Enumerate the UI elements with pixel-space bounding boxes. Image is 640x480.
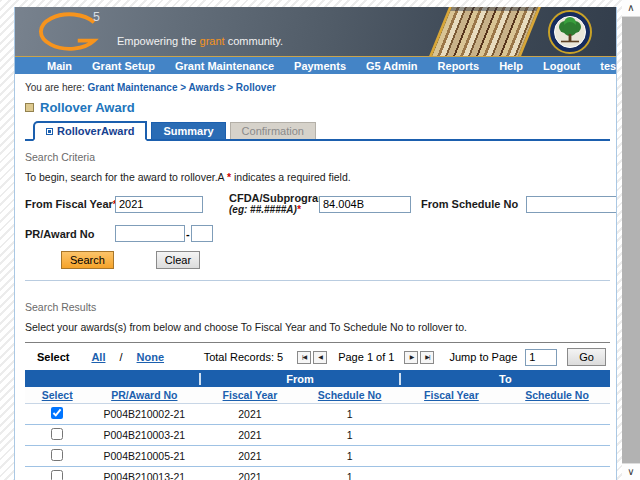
row-select-checkbox[interactable] [51, 407, 63, 419]
active-tab-icon [46, 128, 53, 135]
pr-award-no-label: PR/Award No [25, 228, 105, 240]
from-schedule-no-label: From Schedule No [421, 198, 518, 210]
table-row: P004B210003-21 2021 1 [25, 425, 610, 446]
pagination-top: Total Records: 5 |◀ ◀ Page 1 of 1 ▶ ▶| J… [204, 348, 606, 366]
pr-award-no-input[interactable] [115, 225, 185, 242]
from-fiscal-year-label: From Fiscal Year* [25, 198, 105, 210]
scrollbar-thumb[interactable] [622, 17, 640, 463]
table-row: P004B210005-21 2021 1 [25, 446, 610, 467]
scroll-down-icon[interactable]: ∨ [622, 463, 640, 480]
jump-to-page-label: Jump to Page [449, 351, 517, 363]
logo-5-glyph: 5 [93, 10, 100, 24]
vertical-scrollbar: ∧ ∨ [622, 0, 640, 480]
breadcrumb: You are here: Grant Maintenance > Awards… [25, 82, 610, 93]
tab-bar: RolloverAward Summary Confirmation [25, 122, 610, 141]
search-results-label: Search Results [25, 301, 610, 313]
col-select[interactable]: Select [42, 389, 73, 401]
prev-page-button[interactable]: ◀ [313, 351, 327, 364]
col-from-schedule-no[interactable]: Schedule No [318, 389, 382, 401]
clear-button[interactable]: Clear [156, 251, 200, 269]
page-indicator: Page 1 of 1 [338, 351, 394, 363]
section-divider [25, 280, 610, 281]
nav-item-username: test1 [590, 60, 617, 72]
pr-award-dash: - [186, 228, 190, 240]
row-select-checkbox[interactable] [51, 449, 63, 461]
results-instruction: Select your awards(s) from below and cho… [25, 321, 610, 333]
dept-of-education-seal-icon [548, 10, 592, 54]
banner: 5 Empowering the grant community. [15, 7, 616, 57]
nav-item-reports[interactable]: Reports [428, 60, 490, 72]
pr-award-suffix-input[interactable] [191, 225, 213, 242]
tab-summary[interactable]: Summary [151, 122, 225, 139]
breadcrumb-path[interactable]: Grant Maintenance > Awards > Rollover [87, 82, 275, 93]
search-button[interactable]: Search [61, 251, 114, 269]
row-select-checkbox[interactable] [51, 428, 63, 440]
go-button[interactable]: Go [567, 348, 606, 366]
select-label: Select [37, 351, 69, 363]
tagline: Empowering the grant community. [117, 35, 283, 47]
nav-item-logout[interactable]: Logout [533, 60, 590, 72]
tab-rollover-award[interactable]: RolloverAward [33, 121, 147, 141]
page-title-icon [25, 103, 34, 112]
select-none-link[interactable]: None [137, 351, 165, 363]
main-nav: Main Grant Setup Grant Maintenance Payme… [15, 57, 616, 74]
breadcrumb-prefix: You are here: [25, 82, 85, 93]
table-row: P004B210002-21 2021 1 [25, 404, 610, 425]
group-header-from: From [199, 373, 398, 385]
col-from-fiscal-year[interactable]: Fiscal Year [223, 389, 278, 401]
bookshelf-image [424, 7, 544, 57]
from-schedule-no-input[interactable] [526, 196, 617, 213]
g5-application-window: 5 Empowering the grant community. Main G… [14, 7, 617, 480]
row-select-checkbox[interactable] [51, 470, 63, 480]
table-column-header: Select PR/Award No Fiscal Year Schedule … [25, 387, 610, 404]
select-toolbar: Select All / None Total Records: 5 |◀ ◀ … [25, 342, 610, 370]
results-table: From To Select PR/Award No Fiscal Year S… [25, 370, 610, 480]
col-pr-award-no[interactable]: PR/Award No [111, 389, 177, 401]
search-criteria-label: Search Criteria [25, 151, 610, 163]
page-title: Rollover Award [25, 100, 610, 115]
table-row: P004B210013-21 2021 1 [25, 467, 610, 480]
g5-logo: 5 [33, 9, 111, 55]
last-page-button[interactable]: ▶| [420, 351, 434, 364]
search-instruction: To begin, search for the award to rollov… [25, 171, 610, 183]
col-to-schedule-no[interactable]: Schedule No [525, 389, 589, 401]
nav-item-grant-maintenance[interactable]: Grant Maintenance [165, 60, 284, 72]
jump-to-page-input[interactable] [525, 349, 557, 366]
tab-confirmation: Confirmation [230, 122, 316, 139]
col-to-fiscal-year[interactable]: Fiscal Year [424, 389, 479, 401]
scroll-up-icon[interactable]: ∧ [622, 0, 640, 17]
first-page-button[interactable]: |◀ [297, 351, 311, 364]
select-all-link[interactable]: All [91, 351, 105, 363]
next-page-button[interactable]: ▶ [404, 351, 418, 364]
nav-item-grant-setup[interactable]: Grant Setup [82, 60, 165, 72]
from-fiscal-year-input[interactable] [115, 196, 203, 213]
nav-item-main[interactable]: Main [37, 60, 82, 72]
nav-item-g5-admin[interactable]: G5 Admin [356, 60, 428, 72]
cfda-subprogram-label: CFDA/Subprogram(eg: ##.####A)* [229, 193, 315, 215]
cfda-subprogram-input[interactable] [319, 196, 411, 213]
nav-item-help[interactable]: Help [489, 60, 533, 72]
group-header-to: To [399, 373, 610, 385]
nav-item-payments[interactable]: Payments [284, 60, 356, 72]
table-group-header: From To [25, 370, 610, 387]
total-records: Total Records: 5 [204, 351, 283, 363]
